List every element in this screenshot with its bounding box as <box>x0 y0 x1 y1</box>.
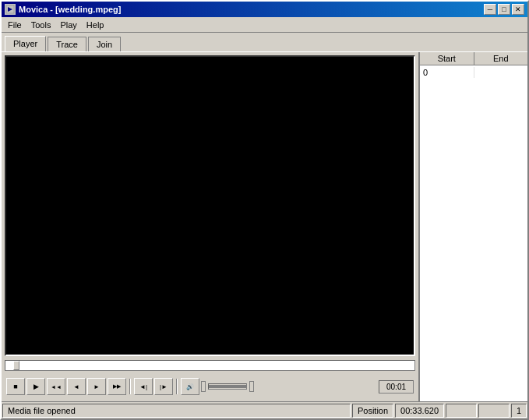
volume-button[interactable]: 🔊 <box>181 378 199 395</box>
right-panel: Start End 0 <box>418 52 527 401</box>
status-bar: Media file opened Position 00:33.620 1 <box>2 401 527 418</box>
window-title: Movica - [wedding.mpeg] <box>19 5 121 14</box>
prev-frame-icon: ◄◄ <box>51 384 62 390</box>
step-back-button[interactable]: ◄ <box>67 378 86 395</box>
minimize-button[interactable]: ─ <box>484 4 496 15</box>
close-button[interactable]: ✕ <box>512 4 524 15</box>
tab-trace[interactable]: Trace <box>48 37 86 51</box>
status-position-label: Position <box>352 404 393 418</box>
right-panel-body: 0 <box>420 65 527 79</box>
volume-track <box>209 385 246 388</box>
tab-player[interactable]: Player <box>5 36 46 51</box>
trace-cell-end <box>474 67 527 78</box>
go-start-icon: ◄| <box>139 383 147 390</box>
title-bar-left: Movica - [wedding.mpeg] <box>5 4 121 15</box>
trace-row: 0 <box>421 67 526 78</box>
main-content: ■ ▶ ◄◄ ◄ ► ▶▶ ◄| |► <box>2 51 527 401</box>
menu-file[interactable]: File <box>3 19 26 31</box>
volume-left-mark <box>201 381 206 392</box>
volume-icon: 🔊 <box>186 383 194 390</box>
time-display: 00:01 <box>379 380 414 394</box>
step-fwd-button[interactable]: ► <box>87 378 106 395</box>
tab-join[interactable]: Join <box>88 37 121 51</box>
go-start-button[interactable]: ◄| <box>134 378 153 395</box>
menu-tools[interactable]: Tools <box>26 19 56 31</box>
go-end-icon: |► <box>160 383 168 390</box>
status-message: Media file opened <box>2 404 351 418</box>
status-segment-empty2 <box>478 404 510 418</box>
right-panel-header: Start End <box>420 52 527 65</box>
separator-1 <box>129 379 131 394</box>
status-extra: 1 <box>511 404 527 418</box>
next-frame-button[interactable]: ▶▶ <box>108 378 126 395</box>
step-fwd-icon: ► <box>93 383 100 390</box>
video-panel: ■ ▶ ◄◄ ◄ ► ▶▶ ◄| |► <box>2 52 418 401</box>
video-screen <box>5 55 415 356</box>
step-back-icon: ◄ <box>73 383 79 390</box>
status-segment-empty1 <box>446 404 477 418</box>
prev-frame-button[interactable]: ◄◄ <box>47 378 65 395</box>
title-bar-buttons: ─ □ ✕ <box>484 4 524 15</box>
right-panel-scroll[interactable]: 0 <box>420 65 527 401</box>
trace-cell-start: 0 <box>421 67 474 78</box>
main-window: Movica - [wedding.mpeg] ─ □ ✕ File Tools… <box>0 0 529 420</box>
seek-thumb[interactable] <box>13 361 19 370</box>
seek-bar[interactable] <box>5 360 415 371</box>
app-icon <box>5 4 16 15</box>
volume-area <box>201 381 254 392</box>
play-button[interactable]: ▶ <box>26 378 45 395</box>
title-bar: Movica - [wedding.mpeg] ─ □ ✕ <box>2 2 527 17</box>
separator-2 <box>176 379 178 394</box>
seek-bar-container <box>5 358 415 372</box>
stop-button[interactable]: ■ <box>6 378 25 395</box>
col-header-start: Start <box>420 52 474 65</box>
go-end-button[interactable]: |► <box>154 378 173 395</box>
col-header-end: End <box>474 52 528 65</box>
menu-help[interactable]: Help <box>82 19 109 31</box>
controls-bar: ■ ▶ ◄◄ ◄ ► ▶▶ ◄| |► <box>5 375 415 398</box>
next-frame-icon: ▶▶ <box>113 383 121 390</box>
tab-bar: Player Trace Join <box>2 33 527 51</box>
status-position-value: 00:33.620 <box>395 404 444 418</box>
menu-bar: File Tools Play Help <box>2 17 527 33</box>
volume-right-mark <box>249 381 254 392</box>
volume-slider[interactable] <box>208 383 247 390</box>
maximize-button[interactable]: □ <box>498 4 510 15</box>
menu-play[interactable]: Play <box>55 19 81 31</box>
